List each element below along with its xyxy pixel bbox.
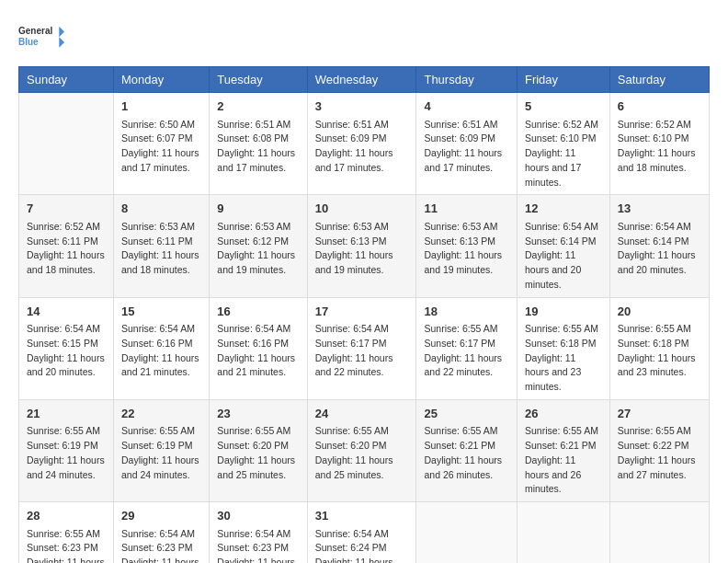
cell-info: Sunrise: 6:54 AMSunset: 6:23 PMDaylight:… [217, 527, 299, 564]
header-cell-saturday: Saturday [609, 67, 709, 93]
calendar-cell: 26Sunrise: 6:55 AMSunset: 6:21 PMDayligh… [517, 399, 609, 501]
header-row: SundayMondayTuesdayWednesdayThursdayFrid… [19, 67, 710, 93]
day-number: 1 [121, 98, 201, 116]
day-number: 26 [525, 405, 602, 423]
cell-info: Sunrise: 6:50 AMSunset: 6:07 PMDaylight:… [121, 118, 201, 176]
calendar-cell: 14Sunrise: 6:54 AMSunset: 6:15 PMDayligh… [19, 297, 114, 399]
cell-info: Sunrise: 6:53 AMSunset: 6:13 PMDaylight:… [315, 220, 409, 278]
day-number: 8 [121, 200, 201, 218]
header: General Blue [18, 18, 710, 57]
calendar-cell: 22Sunrise: 6:55 AMSunset: 6:19 PMDayligh… [113, 399, 209, 501]
day-number: 6 [618, 98, 701, 116]
header-cell-sunday: Sunday [19, 67, 114, 93]
cell-info: Sunrise: 6:55 AMSunset: 6:19 PMDaylight:… [121, 424, 201, 482]
calendar-cell: 30Sunrise: 6:54 AMSunset: 6:23 PMDayligh… [210, 502, 307, 564]
cell-info: Sunrise: 6:55 AMSunset: 6:18 PMDaylight:… [525, 322, 602, 395]
week-row-4: 21Sunrise: 6:55 AMSunset: 6:19 PMDayligh… [19, 399, 710, 501]
day-number: 20 [618, 303, 701, 321]
calendar-cell: 20Sunrise: 6:55 AMSunset: 6:18 PMDayligh… [609, 297, 709, 399]
day-number: 12 [525, 200, 602, 218]
svg-text:General: General [18, 26, 52, 36]
day-number: 24 [315, 405, 409, 423]
calendar-cell: 31Sunrise: 6:54 AMSunset: 6:24 PMDayligh… [307, 502, 416, 564]
day-number: 11 [424, 200, 509, 218]
calendar-cell: 15Sunrise: 6:54 AMSunset: 6:16 PMDayligh… [113, 297, 209, 399]
calendar-cell [517, 502, 609, 564]
calendar-cell: 28Sunrise: 6:55 AMSunset: 6:23 PMDayligh… [19, 502, 114, 564]
calendar-cell: 19Sunrise: 6:55 AMSunset: 6:18 PMDayligh… [517, 297, 609, 399]
cell-info: Sunrise: 6:51 AMSunset: 6:08 PMDaylight:… [217, 118, 299, 176]
calendar-cell: 23Sunrise: 6:55 AMSunset: 6:20 PMDayligh… [210, 399, 307, 501]
day-number: 17 [315, 303, 409, 321]
day-number: 29 [121, 507, 201, 525]
cell-info: Sunrise: 6:51 AMSunset: 6:09 PMDaylight:… [315, 118, 409, 176]
day-number: 27 [618, 405, 701, 423]
cell-info: Sunrise: 6:54 AMSunset: 6:15 PMDaylight:… [27, 322, 106, 380]
cell-info: Sunrise: 6:55 AMSunset: 6:21 PMDaylight:… [525, 424, 602, 497]
logo: General Blue [18, 18, 64, 57]
calendar-cell: 7Sunrise: 6:52 AMSunset: 6:11 PMDaylight… [19, 195, 114, 297]
day-number: 5 [525, 98, 602, 116]
cell-info: Sunrise: 6:53 AMSunset: 6:13 PMDaylight:… [424, 220, 509, 278]
week-row-5: 28Sunrise: 6:55 AMSunset: 6:23 PMDayligh… [19, 502, 710, 564]
calendar-cell: 18Sunrise: 6:55 AMSunset: 6:17 PMDayligh… [416, 297, 518, 399]
calendar-cell [416, 502, 518, 564]
cell-info: Sunrise: 6:54 AMSunset: 6:23 PMDaylight:… [121, 527, 201, 564]
cell-info: Sunrise: 6:55 AMSunset: 6:18 PMDaylight:… [618, 322, 701, 380]
calendar-cell: 11Sunrise: 6:53 AMSunset: 6:13 PMDayligh… [416, 195, 518, 297]
cell-info: Sunrise: 6:54 AMSunset: 6:14 PMDaylight:… [618, 220, 701, 278]
day-number: 25 [424, 405, 509, 423]
header-cell-thursday: Thursday [416, 67, 518, 93]
cell-info: Sunrise: 6:55 AMSunset: 6:17 PMDaylight:… [424, 322, 509, 380]
day-number: 15 [121, 303, 201, 321]
day-number: 14 [27, 303, 106, 321]
day-number: 28 [27, 507, 106, 525]
calendar-cell: 24Sunrise: 6:55 AMSunset: 6:20 PMDayligh… [307, 399, 416, 501]
header-cell-tuesday: Tuesday [210, 67, 307, 93]
logo-svg: General Blue [18, 18, 64, 57]
svg-text:Blue: Blue [18, 37, 39, 47]
calendar-cell: 27Sunrise: 6:55 AMSunset: 6:22 PMDayligh… [609, 399, 709, 501]
calendar-cell: 13Sunrise: 6:54 AMSunset: 6:14 PMDayligh… [609, 195, 709, 297]
cell-info: Sunrise: 6:54 AMSunset: 6:17 PMDaylight:… [315, 322, 409, 380]
calendar-cell: 21Sunrise: 6:55 AMSunset: 6:19 PMDayligh… [19, 399, 114, 501]
day-number: 7 [27, 200, 106, 218]
calendar-cell: 2Sunrise: 6:51 AMSunset: 6:08 PMDaylight… [210, 93, 307, 195]
day-number: 13 [618, 200, 701, 218]
cell-info: Sunrise: 6:53 AMSunset: 6:12 PMDaylight:… [217, 220, 299, 278]
calendar-cell: 12Sunrise: 6:54 AMSunset: 6:14 PMDayligh… [517, 195, 609, 297]
svg-marker-2 [59, 27, 64, 48]
cell-info: Sunrise: 6:54 AMSunset: 6:24 PMDaylight:… [315, 527, 409, 564]
calendar-cell [19, 93, 114, 195]
calendar-cell: 10Sunrise: 6:53 AMSunset: 6:13 PMDayligh… [307, 195, 416, 297]
day-number: 16 [217, 303, 299, 321]
calendar-cell: 25Sunrise: 6:55 AMSunset: 6:21 PMDayligh… [416, 399, 518, 501]
cell-info: Sunrise: 6:52 AMSunset: 6:10 PMDaylight:… [525, 118, 602, 190]
calendar-cell: 29Sunrise: 6:54 AMSunset: 6:23 PMDayligh… [113, 502, 209, 564]
cell-info: Sunrise: 6:51 AMSunset: 6:09 PMDaylight:… [424, 118, 509, 176]
cell-info: Sunrise: 6:54 AMSunset: 6:14 PMDaylight:… [525, 220, 602, 293]
day-number: 2 [217, 98, 299, 116]
cell-info: Sunrise: 6:55 AMSunset: 6:19 PMDaylight:… [27, 424, 106, 482]
calendar-cell [609, 502, 709, 564]
cell-info: Sunrise: 6:54 AMSunset: 6:16 PMDaylight:… [121, 322, 201, 380]
calendar-cell: 5Sunrise: 6:52 AMSunset: 6:10 PMDaylight… [517, 93, 609, 195]
week-row-2: 7Sunrise: 6:52 AMSunset: 6:11 PMDaylight… [19, 195, 710, 297]
day-number: 19 [525, 303, 602, 321]
calendar-cell: 16Sunrise: 6:54 AMSunset: 6:16 PMDayligh… [210, 297, 307, 399]
week-row-1: 1Sunrise: 6:50 AMSunset: 6:07 PMDaylight… [19, 93, 710, 195]
calendar-cell: 4Sunrise: 6:51 AMSunset: 6:09 PMDaylight… [416, 93, 518, 195]
calendar-cell: 3Sunrise: 6:51 AMSunset: 6:09 PMDaylight… [307, 93, 416, 195]
day-number: 31 [315, 507, 409, 525]
day-number: 3 [315, 98, 409, 116]
header-cell-friday: Friday [517, 67, 609, 93]
calendar-cell: 17Sunrise: 6:54 AMSunset: 6:17 PMDayligh… [307, 297, 416, 399]
day-number: 23 [217, 405, 299, 423]
calendar-cell: 1Sunrise: 6:50 AMSunset: 6:07 PMDaylight… [113, 93, 209, 195]
cell-info: Sunrise: 6:55 AMSunset: 6:21 PMDaylight:… [424, 424, 509, 482]
cell-info: Sunrise: 6:54 AMSunset: 6:16 PMDaylight:… [217, 322, 299, 380]
day-number: 9 [217, 200, 299, 218]
week-row-3: 14Sunrise: 6:54 AMSunset: 6:15 PMDayligh… [19, 297, 710, 399]
cell-info: Sunrise: 6:55 AMSunset: 6:23 PMDaylight:… [27, 527, 106, 564]
day-number: 21 [27, 405, 106, 423]
